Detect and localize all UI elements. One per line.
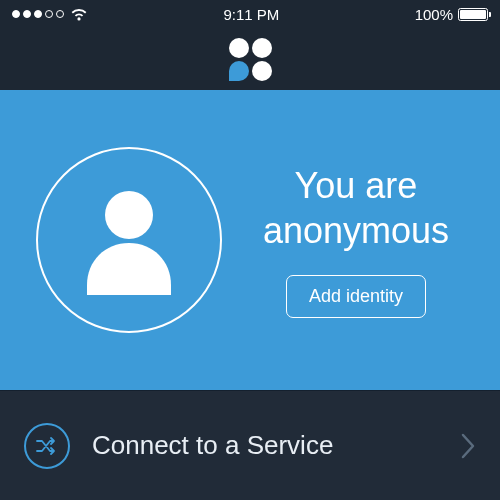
hero-title: You are anonymous: [263, 163, 449, 253]
wifi-icon: [70, 8, 88, 21]
signal-dots-icon: [12, 10, 64, 18]
connect-service-label: Connect to a Service: [92, 430, 438, 461]
avatar-placeholder-icon: [36, 147, 222, 333]
shuffle-icon: [24, 423, 70, 469]
status-right: 100%: [415, 6, 488, 23]
add-identity-button[interactable]: Add identity: [286, 275, 426, 318]
app-logo-icon: [229, 38, 272, 81]
chevron-right-icon: [460, 432, 476, 460]
svg-point-0: [105, 191, 153, 239]
hero-text: You are anonymous Add identity: [242, 163, 470, 318]
identity-hero: You are anonymous Add identity: [0, 90, 500, 390]
app-screen: 9:11 PM 100% You are anonymous: [0, 0, 500, 500]
status-bar: 9:11 PM 100%: [0, 0, 500, 28]
connect-service-row[interactable]: Connect to a Service: [0, 390, 500, 500]
status-left: [12, 8, 88, 21]
hero-title-line2: anonymous: [263, 210, 449, 251]
hero-title-line1: You are: [295, 165, 418, 206]
nav-bar: [0, 28, 500, 90]
battery-icon: [458, 8, 488, 21]
status-time: 9:11 PM: [223, 6, 279, 23]
battery-percent: 100%: [415, 6, 453, 23]
